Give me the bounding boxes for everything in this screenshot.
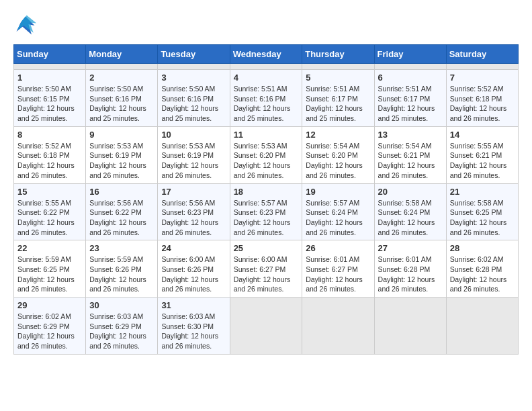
day-number: 15 [17,187,82,197]
calendar-cell: 7Sunrise: 5:52 AM Sunset: 6:18 PM Daylig… [446,70,518,127]
day-number: 14 [450,130,515,140]
page-header [13,13,519,38]
calendar-day-header: Thursday [302,45,374,64]
calendar-cell: 5Sunrise: 5:51 AM Sunset: 6:17 PM Daylig… [302,70,374,127]
day-number: 31 [161,300,226,310]
calendar-cell: 8Sunrise: 5:52 AM Sunset: 6:18 PM Daylig… [14,126,86,183]
day-number: 27 [378,243,443,253]
day-number: 19 [306,187,370,197]
calendar-day-header: Saturday [446,45,518,64]
calendar-cell [374,298,446,355]
day-number: 20 [378,187,443,197]
calendar-table: SundayMondayTuesdayWednesdayThursdayFrid… [13,44,519,355]
day-number: 10 [161,130,226,140]
calendar-cell [230,298,302,355]
day-info: Sunrise: 6:03 AM Sunset: 6:29 PM Dayligh… [89,312,154,351]
calendar-cell: 19Sunrise: 5:57 AM Sunset: 6:24 PM Dayli… [302,183,374,240]
calendar-cell: 2Sunrise: 5:50 AM Sunset: 6:16 PM Daylig… [86,70,158,127]
calendar-cell: 21Sunrise: 5:58 AM Sunset: 6:25 PM Dayli… [446,183,518,240]
calendar-cell [302,298,374,355]
day-number: 2 [89,73,154,83]
day-info: Sunrise: 6:00 AM Sunset: 6:27 PM Dayligh… [234,255,299,294]
calendar-cell: 15Sunrise: 5:55 AM Sunset: 6:22 PM Dayli… [14,183,86,240]
calendar-cell [158,64,230,70]
calendar-cell: 28Sunrise: 6:02 AM Sunset: 6:28 PM Dayli… [446,240,518,298]
calendar-cell: 12Sunrise: 5:54 AM Sunset: 6:20 PM Dayli… [302,126,374,183]
day-info: Sunrise: 5:58 AM Sunset: 6:24 PM Dayligh… [378,198,443,238]
calendar-day-header: Wednesday [230,45,302,64]
day-number: 16 [89,187,154,197]
day-number: 7 [450,73,515,83]
day-info: Sunrise: 5:55 AM Sunset: 6:22 PM Dayligh… [17,198,82,238]
calendar-cell [86,64,158,70]
calendar-cell: 18Sunrise: 5:57 AM Sunset: 6:23 PM Dayli… [230,183,302,240]
day-number: 28 [450,243,515,253]
day-info: Sunrise: 5:57 AM Sunset: 6:23 PM Dayligh… [234,198,299,238]
day-info: Sunrise: 6:01 AM Sunset: 6:28 PM Dayligh… [378,255,443,294]
day-info: Sunrise: 5:50 AM Sunset: 6:15 PM Dayligh… [17,84,82,124]
calendar-cell [302,64,374,70]
day-info: Sunrise: 5:56 AM Sunset: 6:23 PM Dayligh… [161,198,226,238]
day-info: Sunrise: 5:53 AM Sunset: 6:20 PM Dayligh… [234,141,299,181]
calendar-cell: 25Sunrise: 6:00 AM Sunset: 6:27 PM Dayli… [230,240,302,298]
calendar-cell: 31Sunrise: 6:03 AM Sunset: 6:30 PM Dayli… [158,298,230,355]
day-info: Sunrise: 5:59 AM Sunset: 6:26 PM Dayligh… [89,255,154,294]
calendar-day-header: Friday [374,45,446,64]
day-info: Sunrise: 5:59 AM Sunset: 6:25 PM Dayligh… [17,255,82,294]
day-info: Sunrise: 5:51 AM Sunset: 6:17 PM Dayligh… [306,84,370,124]
day-number: 25 [234,243,299,253]
day-number: 18 [234,187,299,197]
day-number: 23 [89,243,154,253]
day-info: Sunrise: 5:57 AM Sunset: 6:24 PM Dayligh… [306,198,370,238]
calendar-day-header: Sunday [14,45,86,64]
calendar-cell: 3Sunrise: 5:50 AM Sunset: 6:16 PM Daylig… [158,70,230,127]
logo-icon [13,13,38,38]
calendar-cell [446,298,518,355]
calendar-day-header: Tuesday [158,45,230,64]
day-info: Sunrise: 5:50 AM Sunset: 6:16 PM Dayligh… [161,84,226,124]
calendar-day-header: Monday [86,45,158,64]
day-info: Sunrise: 5:53 AM Sunset: 6:19 PM Dayligh… [89,141,154,181]
calendar-header-row: SundayMondayTuesdayWednesdayThursdayFrid… [14,45,519,64]
calendar-cell [446,64,518,70]
calendar-week-row: 1Sunrise: 5:50 AM Sunset: 6:15 PM Daylig… [14,70,519,127]
calendar-cell: 23Sunrise: 5:59 AM Sunset: 6:26 PM Dayli… [86,240,158,298]
day-info: Sunrise: 5:58 AM Sunset: 6:25 PM Dayligh… [450,198,515,238]
day-number: 30 [89,300,154,310]
calendar-cell: 29Sunrise: 6:02 AM Sunset: 6:29 PM Dayli… [14,298,86,355]
calendar-cell: 20Sunrise: 5:58 AM Sunset: 6:24 PM Dayli… [374,183,446,240]
day-number: 17 [161,187,226,197]
day-info: Sunrise: 6:01 AM Sunset: 6:27 PM Dayligh… [306,255,370,294]
calendar-cell [14,64,86,70]
day-number: 11 [234,130,299,140]
day-number: 12 [306,130,370,140]
day-info: Sunrise: 6:02 AM Sunset: 6:29 PM Dayligh… [17,312,82,351]
day-number: 24 [161,243,226,253]
day-info: Sunrise: 6:03 AM Sunset: 6:30 PM Dayligh… [161,312,226,351]
day-info: Sunrise: 5:52 AM Sunset: 6:18 PM Dayligh… [17,141,82,181]
day-info: Sunrise: 5:50 AM Sunset: 6:16 PM Dayligh… [89,84,154,124]
calendar-cell [230,64,302,70]
day-info: Sunrise: 5:54 AM Sunset: 6:20 PM Dayligh… [306,141,370,181]
day-number: 26 [306,243,370,253]
calendar-week-row [14,64,519,70]
calendar-cell: 1Sunrise: 5:50 AM Sunset: 6:15 PM Daylig… [14,70,86,127]
calendar-cell: 14Sunrise: 5:55 AM Sunset: 6:21 PM Dayli… [446,126,518,183]
calendar-week-row: 22Sunrise: 5:59 AM Sunset: 6:25 PM Dayli… [14,240,519,298]
day-info: Sunrise: 5:51 AM Sunset: 6:17 PM Dayligh… [378,84,443,124]
calendar-cell: 16Sunrise: 5:56 AM Sunset: 6:22 PM Dayli… [86,183,158,240]
day-number: 22 [17,243,82,253]
day-number: 21 [450,187,515,197]
day-info: Sunrise: 6:02 AM Sunset: 6:28 PM Dayligh… [450,255,515,294]
day-info: Sunrise: 6:00 AM Sunset: 6:26 PM Dayligh… [161,255,226,294]
day-number: 9 [89,130,154,140]
day-number: 8 [17,130,82,140]
calendar-cell: 26Sunrise: 6:01 AM Sunset: 6:27 PM Dayli… [302,240,374,298]
day-info: Sunrise: 5:55 AM Sunset: 6:21 PM Dayligh… [450,141,515,181]
calendar-week-row: 8Sunrise: 5:52 AM Sunset: 6:18 PM Daylig… [14,126,519,183]
calendar-week-row: 15Sunrise: 5:55 AM Sunset: 6:22 PM Dayli… [14,183,519,240]
day-info: Sunrise: 5:51 AM Sunset: 6:16 PM Dayligh… [234,84,299,124]
day-info: Sunrise: 5:52 AM Sunset: 6:18 PM Dayligh… [450,84,515,124]
calendar-cell: 30Sunrise: 6:03 AM Sunset: 6:29 PM Dayli… [86,298,158,355]
logo [13,13,42,38]
